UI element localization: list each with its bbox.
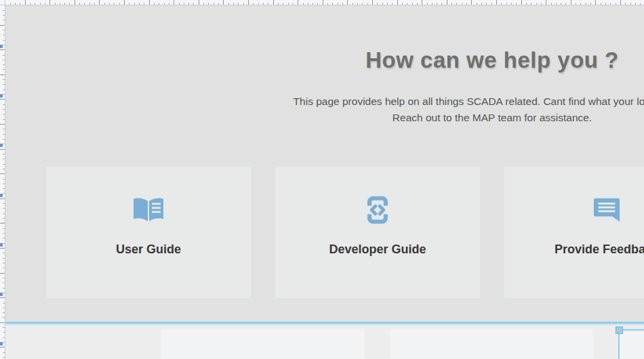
selection-resize-handle[interactable] bbox=[616, 326, 623, 334]
page-title: How can we help you ? bbox=[5, 47, 644, 73]
card-label-developer-guide: Developer Guide bbox=[329, 242, 426, 257]
help-cards-row: User Guide Developer Guide bbox=[46, 167, 644, 298]
bottom-section bbox=[5, 325, 644, 359]
vertical-ruler bbox=[0, 0, 5, 359]
page-subtitle: This page provides help on all things SC… bbox=[5, 93, 644, 125]
developer-mode-icon bbox=[357, 194, 398, 226]
card-label-user-guide: User Guide bbox=[116, 242, 181, 257]
page-subtitle-line2: Reach out to the MAP team for assistance… bbox=[5, 110, 644, 126]
page-subtitle-line1: This page provides help on all things SC… bbox=[5, 93, 644, 110]
card-provide-feedback[interactable]: Provide Feedback bbox=[504, 167, 644, 298]
section-divider-line bbox=[5, 322, 644, 324]
bottom-panel bbox=[620, 331, 644, 359]
open-book-icon bbox=[128, 194, 169, 226]
bottom-panel bbox=[161, 329, 365, 359]
card-user-guide[interactable]: User Guide bbox=[46, 167, 251, 298]
design-canvas: How can we help you ? This page provides… bbox=[5, 5, 644, 359]
horizontal-ruler bbox=[0, 0, 644, 5]
bottom-panel bbox=[390, 329, 593, 359]
ruler-corner bbox=[0, 0, 5, 5]
selection-edge-horizontal bbox=[622, 329, 644, 331]
card-developer-guide[interactable]: Developer Guide bbox=[275, 167, 480, 298]
card-label-provide-feedback: Provide Feedback bbox=[555, 242, 644, 257]
feedback-bubble-icon bbox=[586, 194, 627, 226]
help-page-content: How can we help you ? This page provides… bbox=[5, 5, 644, 359]
